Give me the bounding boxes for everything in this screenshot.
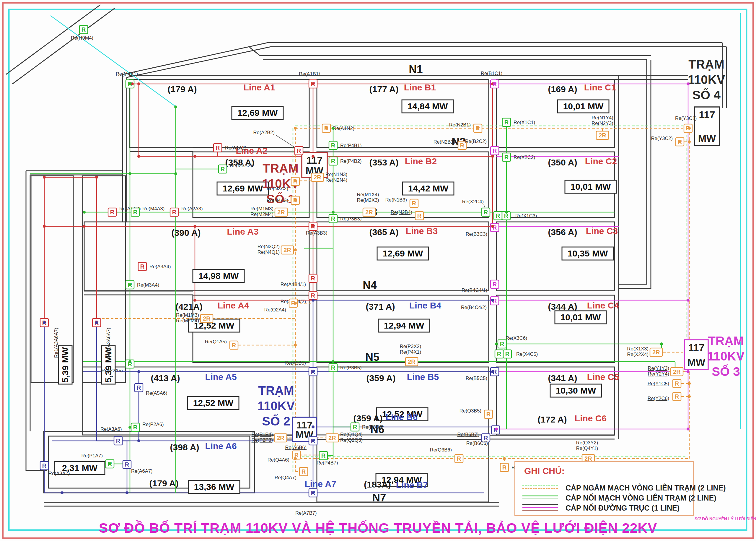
relay-symbol: R — [82, 26, 86, 33]
relay2-symbol: 2R — [599, 132, 606, 139]
junction-dot — [109, 462, 111, 465]
junction-dot — [503, 457, 506, 460]
relay2-symbol: 2R — [314, 174, 321, 181]
substation-capacity: 117 — [307, 155, 323, 166]
relay-label: Re(A1N2) — [333, 126, 355, 131]
junction-dot — [294, 199, 297, 202]
relay2-label: Re(P1P4) — [252, 432, 273, 437]
power-value: 10,01 MW — [571, 182, 611, 192]
feeder-current: (390 A) — [171, 228, 201, 238]
relay-symbol: R — [502, 464, 507, 471]
feeder-current: (179 A) — [168, 84, 197, 94]
relay-label: Re(Q1A5) — [205, 339, 227, 344]
relay-label: Re(Y2C6) — [647, 396, 669, 401]
relay-symbol: R — [675, 393, 679, 400]
relay2-label: Re(M1X4) — [357, 192, 379, 197]
relay-symbol: R — [331, 142, 336, 149]
relay-symbol: R — [353, 424, 357, 430]
power-value: 10,01 MW — [563, 101, 604, 111]
power-value: 12,52 MW — [194, 320, 234, 330]
junction-dot — [312, 82, 315, 85]
feeder-current: (172 A) — [538, 414, 567, 424]
relay-symbol: R — [42, 462, 47, 469]
relay-symbol: R — [172, 209, 176, 216]
junction-dot — [126, 491, 128, 494]
legend-title: GHI CHÚ: — [524, 466, 565, 476]
relay-symbol: R — [457, 455, 461, 462]
substation-name: 110KV — [707, 349, 744, 363]
power-value: 10,01 MW — [561, 312, 601, 322]
junction-dot — [137, 155, 140, 158]
feeder-name: Line A5 — [205, 372, 237, 382]
feeder-current: (421A) — [175, 302, 203, 311]
junction-dot — [312, 299, 315, 302]
relay-label: Re(X1C3) — [515, 213, 537, 218]
relay-label: Re(Q4A7) — [275, 475, 297, 480]
relay-label: Re(A3A4) — [149, 264, 171, 269]
junction-dot — [174, 172, 177, 175]
feeder-name: Line C1 — [584, 82, 616, 92]
relay-symbol: R — [133, 424, 137, 430]
relay-label: Re(B3C3) — [466, 231, 487, 237]
substation-name: TRẠM — [263, 161, 298, 175]
relay-label: Re(B4C4/2) — [461, 304, 487, 310]
relay2-label: Re(X1X3) — [627, 346, 648, 351]
junction-dot — [660, 342, 663, 345]
power-value: 12,69 MW — [237, 108, 278, 118]
junction-dot — [687, 370, 689, 373]
junction-dot — [332, 127, 335, 130]
junction-dot — [493, 82, 496, 85]
junction-dot — [193, 155, 196, 158]
relay-label: Re(A6A7) — [131, 468, 152, 474]
relay2-label: Re(P2P3) — [252, 437, 273, 443]
relay-label: Re(A5A6) — [146, 390, 167, 396]
relay-label: Re(N2B1) — [449, 122, 471, 127]
substation-capacity: MW — [687, 357, 705, 368]
network-diagram: N1N2N3N4N5N6N7(179 A)Line A112,69 MW(177… — [0, 0, 756, 541]
relay-label: Re(X2C2) — [514, 155, 535, 160]
relay2-symbol: 2R — [328, 435, 336, 441]
relay-symbol: R — [493, 148, 497, 154]
relay2-symbol: 2R — [408, 358, 415, 365]
relay-label: Re(P3B6) — [362, 424, 383, 430]
relay2-label: Re(M2X3) — [357, 197, 379, 203]
relay-label: Re(A5B5) — [285, 360, 306, 365]
relay2-label: Re(N3Q2) — [258, 244, 280, 249]
relay2-symbol: 2R — [277, 209, 285, 216]
bus-label-N4: N4 — [363, 279, 377, 291]
substation-capacity: MW — [698, 133, 716, 144]
legend-swatch-dashed-green — [522, 485, 558, 486]
junction-dot — [128, 172, 131, 175]
feeder-current: (365 A) — [370, 227, 399, 237]
junction-dot — [95, 321, 98, 324]
relay2-label: Re(Q3Y2) — [576, 440, 598, 445]
relay-symbol: R — [311, 292, 315, 299]
relay-label: Re(X4C5) — [516, 351, 538, 357]
relay-symbol: R — [460, 142, 464, 149]
power-value: 10,35 MW — [568, 249, 608, 258]
relay2-label: Re(M1M3) — [176, 312, 199, 317]
power-value: 14,84 MW — [407, 101, 448, 111]
relay2-symbol: 2R — [365, 209, 373, 216]
relay-label: Re(P2A6) — [142, 422, 163, 427]
relay-symbol: R — [504, 119, 509, 126]
relay2-label: Re(N2N4) — [326, 177, 347, 183]
feeder-current: (179 A) — [149, 478, 179, 488]
junction-dot — [128, 82, 131, 85]
relay-symbol: R — [133, 209, 137, 216]
feeder-name: Line C6 — [575, 413, 607, 423]
legend-item-label: CÁP NỔI ĐƯỜNG TRỤC (1 LINE) — [566, 504, 679, 512]
junction-dot — [687, 427, 689, 430]
relay-label: Re(X3C6) — [506, 335, 527, 341]
junction-dot — [312, 491, 315, 494]
junction-dot — [294, 344, 297, 346]
junction-dot — [312, 439, 315, 442]
junction-dot — [294, 457, 297, 460]
relay-symbol: R — [140, 263, 145, 270]
legend-item-label: CÁP NGẦM MẠCH VÒNG LIÊN TRẠM (2 LINE) — [566, 484, 726, 492]
feeder-name: Line C2 — [585, 156, 617, 166]
relay-label: Re(M3A2) — [230, 163, 252, 168]
relay2-label: Re(N2Y3) — [592, 121, 613, 126]
power-value: 12,94 MW — [384, 320, 424, 330]
relay-label: Re(X1C1) — [514, 120, 535, 125]
